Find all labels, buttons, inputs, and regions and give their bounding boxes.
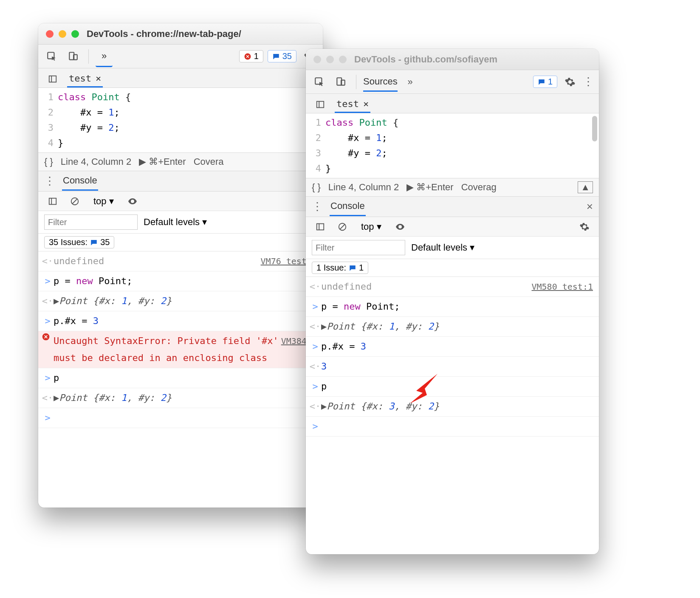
console-row: <·▶Point {#x: 1, #y: 2}	[38, 388, 323, 408]
console-tab[interactable]: Console	[62, 172, 98, 191]
console-row: <·3	[306, 357, 599, 377]
console-row: >p = new Point;	[306, 297, 599, 317]
run-snippet[interactable]: ▶ ⌘+Enter	[139, 156, 186, 167]
log-levels-selector[interactable]: Default levels ▾	[144, 217, 207, 228]
console-toolbar: top ▾	[38, 192, 323, 211]
error-count: 1	[254, 51, 259, 61]
kebab-icon[interactable]: ⋮	[583, 75, 594, 88]
issues-badge[interactable]: 1	[533, 76, 557, 88]
settings-gear-icon[interactable]	[562, 73, 579, 90]
console-output: <·undefinedVM580 test:1 >p = new Point; …	[306, 277, 599, 437]
minimize-dot[interactable]	[326, 56, 334, 63]
annotation-arrow-icon	[408, 372, 442, 406]
inspect-icon[interactable]	[311, 73, 328, 90]
inspect-icon[interactable]	[43, 48, 60, 65]
code-editor[interactable]: 1234 class Point { #x = 1; #y = 2; }	[38, 88, 323, 152]
navigator-toggle-icon[interactable]	[44, 71, 61, 87]
main-toolbar: Sources » 1 ⋮	[306, 70, 599, 94]
issues-badge[interactable]: 35	[268, 50, 296, 62]
filter-input[interactable]	[312, 240, 405, 255]
console-tab[interactable]: Console	[330, 197, 366, 216]
console-toolbar: top ▾	[306, 217, 599, 237]
coverage-tab[interactable]: Coverag	[461, 182, 497, 193]
device-toggle-icon[interactable]	[65, 48, 82, 65]
console-row: <·▶Point {#x: 3, #y: 2}	[306, 397, 599, 417]
drawer-header: ⋮ Console ×	[306, 197, 599, 217]
devtools-window-before: DevTools - chrome://new-tab-page/ » 1 35…	[38, 23, 323, 508]
live-expression-icon[interactable]	[124, 193, 141, 210]
filter-input[interactable]	[44, 214, 138, 230]
console-prompt[interactable]: >	[306, 417, 599, 437]
issues-summary[interactable]: 1 Issue: 1	[312, 262, 368, 274]
source-link[interactable]: VM580 test:1	[532, 278, 593, 295]
code-content: class Point { #x = 1; #y = 2; }	[325, 115, 599, 176]
coverage-tab[interactable]: Covera	[194, 156, 224, 167]
clear-console-icon[interactable]	[334, 218, 351, 235]
context-selector[interactable]: top ▾	[361, 221, 381, 232]
console-prompt[interactable]: >	[38, 408, 323, 428]
console-row: >p = new Point;	[38, 271, 323, 291]
console-row: >p	[38, 368, 323, 388]
drawer-header: ⋮ Console	[38, 171, 323, 192]
close-drawer-icon[interactable]: ×	[587, 200, 593, 213]
code-editor[interactable]: 1234 class Point { #x = 1; #y = 2; }	[306, 113, 599, 178]
sources-tabstrip: test ×	[38, 68, 323, 88]
minimize-dot[interactable]	[59, 30, 66, 38]
kebab-icon[interactable]: ⋮	[44, 175, 55, 188]
close-tab-icon[interactable]: ×	[96, 73, 101, 84]
pretty-print-icon[interactable]: { }	[44, 156, 53, 167]
live-expression-icon[interactable]	[392, 218, 409, 235]
error-badge[interactable]: 1	[239, 50, 263, 62]
sidebar-toggle-icon[interactable]	[44, 193, 61, 210]
main-toolbar: » 1 35	[38, 45, 323, 68]
console-settings-gear-icon[interactable]	[576, 218, 593, 235]
run-snippet[interactable]: ▶ ⌘+Enter	[406, 182, 454, 193]
navigator-toggle-icon[interactable]	[312, 96, 329, 113]
file-tab-label: test	[69, 73, 91, 84]
console-row: <·▶Point {#x: 1, #y: 2}	[306, 317, 599, 337]
issues-row: 35 Issues: 35	[38, 234, 323, 251]
log-levels-selector[interactable]: Default levels ▾	[411, 242, 474, 253]
file-tab-test[interactable]: test ×	[335, 96, 370, 113]
console-row: >p.#x = 3	[38, 311, 323, 331]
svg-rect-6	[49, 198, 56, 204]
sidebar-toggle-icon[interactable]	[312, 218, 329, 235]
editor-statusbar: { } Line 4, Column 2 ▶ ⌘+Enter Covera	[38, 152, 323, 171]
close-dot[interactable]	[313, 56, 321, 63]
file-tab-label: test	[336, 99, 359, 109]
console-error-row: Uncaught SyntaxError: Private field '#x'…	[38, 331, 323, 368]
line-gutter: 1234	[38, 90, 58, 151]
device-toggle-icon[interactable]	[332, 73, 349, 90]
console-row: >p.#x = 3	[306, 337, 599, 357]
cursor-position: Line 4, Column 2	[61, 156, 131, 167]
console-output: <·undefinedVM76 test:1 >p = new Point; <…	[38, 251, 323, 428]
filter-row: Default levels ▾	[38, 211, 323, 234]
console-row: <·undefinedVM580 test:1	[306, 277, 599, 297]
close-dot[interactable]	[46, 30, 54, 38]
close-tab-icon[interactable]: ×	[363, 99, 369, 109]
context-selector[interactable]: top ▾	[93, 196, 114, 207]
editor-statusbar: { } Line 4, Column 2 ▶ ⌘+Enter Coverag ▲	[306, 178, 599, 197]
file-tab-test[interactable]: test ×	[67, 71, 103, 87]
sources-panel-tab[interactable]: Sources	[363, 76, 398, 92]
issues-count: 1	[548, 77, 553, 87]
code-content: class Point { #x = 1; #y = 2; }	[58, 90, 323, 151]
zoom-dot[interactable]	[339, 56, 347, 63]
filter-row: Default levels ▾	[306, 237, 599, 259]
issues-summary[interactable]: 35 Issues: 35	[44, 236, 114, 248]
pretty-print-icon[interactable]: { }	[312, 182, 321, 193]
more-tabs-icon[interactable]: »	[402, 73, 419, 90]
collapse-drawer-icon[interactable]: ▲	[578, 181, 593, 193]
traffic-lights	[46, 30, 79, 38]
titlebar: DevTools - chrome://new-tab-page/	[38, 23, 323, 45]
issues-row: 1 Issue: 1	[306, 259, 599, 277]
zoom-dot[interactable]	[71, 30, 79, 38]
kebab-icon[interactable]: ⋮	[312, 200, 323, 213]
cursor-position: Line 4, Column 2	[328, 182, 399, 193]
line-gutter: 1234	[306, 115, 325, 176]
more-tabs-icon[interactable]: »	[96, 50, 113, 67]
scrollbar-thumb[interactable]	[592, 116, 597, 141]
devtools-window-after: DevTools - github.com/sofiayem Sources »…	[306, 49, 599, 554]
svg-marker-15	[410, 374, 438, 403]
clear-console-icon[interactable]	[66, 193, 83, 210]
